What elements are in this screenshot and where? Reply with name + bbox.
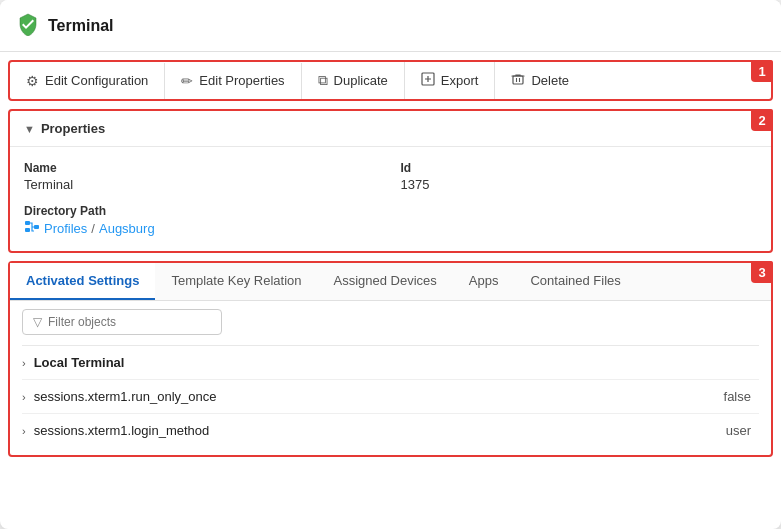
row-label: sessions.xterm1.run_only_once [34, 389, 716, 404]
duplicate-icon: ⧉ [318, 72, 328, 89]
edit-properties-button[interactable]: ✏ Edit Properties [165, 63, 301, 99]
path-separator: / [91, 221, 95, 236]
list-item: › sessions.xterm1.login_method user [22, 414, 759, 447]
section-tabs: 3 Activated Settings Template Key Relati… [8, 261, 773, 457]
prop-name-value: Terminal [24, 177, 381, 192]
prop-path-label: Directory Path [24, 204, 757, 218]
list-item: › Local Terminal [22, 346, 759, 380]
section-number-1: 1 [751, 60, 773, 82]
tab-template-key-relation[interactable]: Template Key Relation [155, 263, 317, 300]
tab-assigned-devices[interactable]: Assigned Devices [318, 263, 453, 300]
list-item: › sessions.xterm1.run_only_once false [22, 380, 759, 414]
main-container: Terminal 1 ⚙ Edit Configuration ✏ Edit P… [0, 0, 781, 529]
properties-header: ▼ Properties [10, 111, 771, 147]
row-label: sessions.xterm1.login_method [34, 423, 718, 438]
section-toolbar: 1 ⚙ Edit Configuration ✏ Edit Properties… [8, 60, 773, 101]
prop-name-label: Name [24, 161, 381, 175]
tree-icon [24, 220, 40, 237]
row-value: false [724, 389, 751, 404]
trash-icon [511, 72, 525, 89]
tab-activated-settings[interactable]: Activated Settings [10, 263, 155, 300]
prop-path-group: Directory Path Profiles / Augsburg [24, 204, 757, 237]
edit-configuration-button[interactable]: ⚙ Edit Configuration [10, 63, 165, 99]
gear-icon: ⚙ [26, 73, 39, 89]
prop-id-group: Id 1375 [401, 161, 758, 192]
section-properties: 2 ▼ Properties Name Terminal Id 1375 Dir… [8, 109, 773, 253]
export-icon [421, 72, 435, 89]
tabs-content: ▽ › Local Terminal › sessions.xterm1.run… [10, 301, 771, 455]
svg-rect-4 [25, 221, 30, 225]
svg-rect-6 [34, 225, 39, 229]
properties-title: Properties [41, 121, 105, 136]
tab-apps[interactable]: Apps [453, 263, 515, 300]
pencil-icon: ✏ [181, 73, 193, 89]
path-augsburg-link[interactable]: Augsburg [99, 221, 155, 236]
row-label: Local Terminal [34, 355, 759, 370]
filter-icon: ▽ [33, 315, 42, 329]
filter-input[interactable] [48, 315, 211, 329]
filter-bar[interactable]: ▽ [22, 309, 222, 335]
svg-rect-1 [513, 76, 523, 84]
duplicate-button[interactable]: ⧉ Duplicate [302, 62, 405, 99]
prop-id-value: 1375 [401, 177, 758, 192]
path-profiles-link[interactable]: Profiles [44, 221, 87, 236]
header-icon [16, 12, 40, 39]
section-number-3: 3 [751, 261, 773, 283]
section-number-2: 2 [751, 109, 773, 131]
list-section: › Local Terminal › sessions.xterm1.run_o… [22, 345, 759, 447]
svg-rect-5 [25, 228, 30, 232]
row-chevron-icon[interactable]: › [22, 425, 26, 437]
delete-button[interactable]: Delete [495, 62, 585, 99]
chevron-down-icon: ▼ [24, 123, 35, 135]
export-button[interactable]: Export [405, 62, 496, 99]
prop-name-group: Name Terminal [24, 161, 381, 192]
page-header: Terminal [0, 0, 781, 52]
tab-contained-files[interactable]: Contained Files [514, 263, 636, 300]
prop-path-value: Profiles / Augsburg [24, 220, 757, 237]
prop-id-label: Id [401, 161, 758, 175]
tabs-header: Activated Settings Template Key Relation… [10, 263, 771, 301]
page-title: Terminal [48, 17, 114, 35]
properties-content: Name Terminal Id 1375 Directory Path [10, 147, 771, 251]
row-value: user [726, 423, 751, 438]
row-chevron-icon[interactable]: › [22, 357, 26, 369]
row-chevron-icon[interactable]: › [22, 391, 26, 403]
